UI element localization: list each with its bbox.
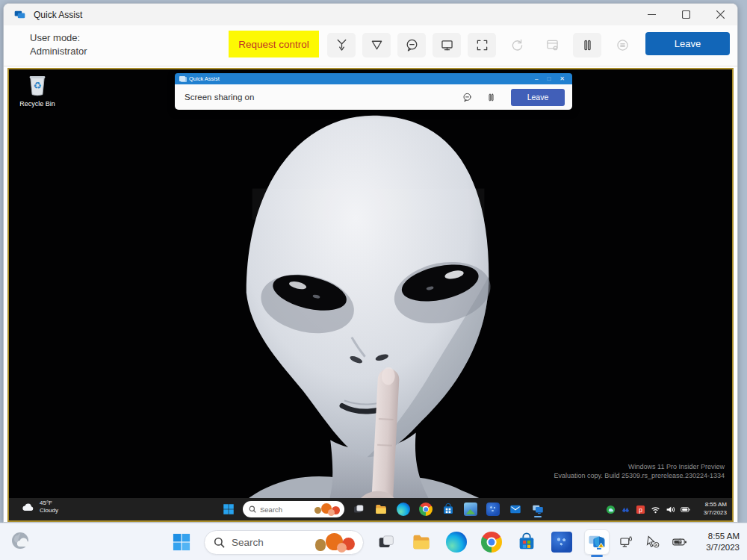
search-highlight-graphic: [313, 501, 344, 517]
remote-task-view-button[interactable]: [350, 501, 367, 517]
remote-weather-condition: Cloudy: [40, 507, 58, 514]
store-icon: [516, 532, 537, 553]
remote-mail-button[interactable]: [507, 501, 524, 517]
screen-sharing-status: Screen sharing on: [185, 93, 457, 102]
onedrive-icon[interactable]: [606, 505, 616, 514]
battery-button[interactable]: [671, 533, 689, 551]
wifi-icon[interactable]: [651, 505, 660, 514]
file-explorer-icon: [374, 503, 388, 516]
remote-search-box[interactable]: Search: [243, 501, 344, 517]
task-view-icon: [376, 532, 397, 553]
maximize-button[interactable]: [669, 4, 703, 25]
watermark-line1: Windows 11 Pro Insider Preview: [554, 463, 725, 472]
host-time: 8:55 AM: [706, 531, 740, 542]
badge-app-icon[interactable]: p: [636, 505, 645, 514]
remote-leave-button[interactable]: Leave: [511, 89, 565, 106]
remote-weather-temp: 45°F: [40, 500, 58, 507]
user-mode-value: Administrator: [30, 45, 87, 58]
host-chrome-button[interactable]: [479, 529, 504, 555]
remote-weather-widget[interactable]: 45°F Cloudy: [21, 500, 58, 514]
laser-pointer-button[interactable]: [327, 33, 356, 57]
host-feedback-hub-button[interactable]: [549, 529, 574, 555]
remote-maximize-button[interactable]: □: [547, 76, 551, 82]
remote-edge-button[interactable]: [395, 501, 412, 517]
edge-icon: [397, 503, 410, 516]
remote-quick-assist-button[interactable]: [530, 501, 546, 517]
chat-icon: [404, 37, 420, 53]
details-icon: [615, 37, 630, 53]
battery-icon[interactable]: [681, 505, 690, 514]
remote-close-button[interactable]: ✕: [560, 76, 565, 82]
remote-clock[interactable]: 8:55 AM 3/7/2023: [704, 500, 727, 517]
annotate-button[interactable]: [362, 33, 391, 57]
display-device-button[interactable]: [617, 533, 635, 551]
mail-icon: [509, 503, 522, 516]
host-search-placeholder: Search: [232, 537, 312, 548]
user-mode: User mode: Administrator: [30, 31, 87, 58]
edge-icon: [446, 532, 467, 553]
pause-button[interactable]: [573, 33, 601, 57]
input-disconnected-icon: [645, 535, 660, 550]
chat-button[interactable]: [397, 33, 426, 57]
pause-icon: [486, 92, 497, 103]
remote-quick-assist-window: Quick Assist – □ ✕ Screen sharing on: [175, 73, 572, 110]
session-toolbar: User mode: Administrator Request control: [4, 25, 737, 66]
remote-search-placeholder: Search: [260, 505, 313, 514]
weather-widget-icon: [10, 531, 31, 552]
search-icon: [214, 537, 225, 548]
alien-wallpaper: [9, 69, 732, 520]
weather-widget-button[interactable]: [10, 531, 31, 552]
host-clock[interactable]: 8:55 AM 3/7/2023: [706, 531, 740, 553]
fullscreen-button[interactable]: [468, 33, 496, 57]
remote-chat-button[interactable]: [457, 89, 477, 105]
recycle-bin-shortcut[interactable]: ♻ Recycle Bin: [16, 74, 58, 108]
windows-build-watermark: Windows 11 Pro Insider Preview Evaluatio…: [554, 463, 725, 480]
task-view-icon: [352, 503, 365, 516]
photos-icon: [464, 503, 477, 516]
laser-pointer-icon: [334, 37, 350, 53]
session-details-button: [608, 33, 636, 57]
fullscreen-icon: [474, 37, 490, 53]
remote-pinned-app-button[interactable]: [485, 501, 501, 517]
remote-file-explorer-button[interactable]: [373, 501, 389, 517]
pause-icon: [580, 37, 595, 53]
remote-chrome-button[interactable]: [418, 501, 434, 517]
windows-start-icon: [171, 532, 192, 553]
minimize-button[interactable]: [634, 4, 669, 25]
search-highlight-graphic: [312, 530, 363, 555]
active-app-indicator: [534, 516, 542, 517]
volume-icon[interactable]: [666, 505, 675, 514]
chat-icon: [462, 92, 473, 103]
close-button[interactable]: [703, 4, 737, 25]
cloud-icon: [21, 501, 36, 513]
host-taskbar: Search: [0, 523, 747, 560]
watermark-line2: Evaluation copy. Build 25309.rs_prerelea…: [554, 472, 725, 481]
remote-photos-button[interactable]: [462, 501, 479, 517]
titlebar: Quick Assist: [4, 4, 737, 25]
host-file-explorer-button[interactable]: [409, 529, 434, 555]
host-system-tray: [590, 523, 689, 560]
host-taskbar-center: Search: [169, 523, 610, 560]
remote-store-button[interactable]: [440, 501, 456, 517]
display-device-icon: [619, 535, 633, 550]
remote-date: 3/7/2023: [704, 508, 727, 517]
leave-button[interactable]: Leave: [645, 32, 730, 55]
host-search-box[interactable]: Search: [204, 530, 364, 555]
window-controls: [634, 4, 737, 25]
input-disconnected-button[interactable]: [644, 533, 662, 551]
teams-icon[interactable]: [621, 505, 630, 514]
host-start-button[interactable]: [169, 529, 194, 555]
screen-area: ♻ Recycle Bin Quick Assist – □ ✕: [4, 66, 737, 523]
select-monitor-button[interactable]: [433, 33, 461, 57]
host-task-view-button[interactable]: [374, 529, 399, 555]
remote-start-button[interactable]: [220, 501, 237, 517]
remote-minimize-button[interactable]: –: [535, 76, 538, 82]
svg-text:p: p: [639, 505, 642, 513]
host-store-button[interactable]: [514, 529, 539, 555]
host-edge-button[interactable]: [444, 529, 469, 555]
remote-window-controls: – □ ✕: [535, 76, 565, 82]
remote-pause-button[interactable]: [481, 89, 500, 105]
request-control-button[interactable]: Request control: [229, 31, 319, 57]
security-shield-button[interactable]: [590, 533, 608, 551]
windows-start-icon: [222, 503, 235, 516]
